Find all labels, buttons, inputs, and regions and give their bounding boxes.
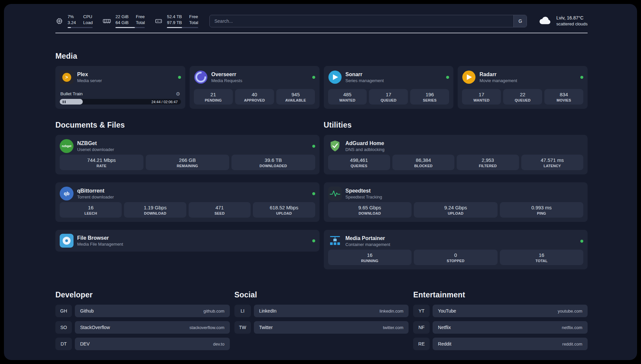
bookmark-name: Netflix <box>438 325 451 330</box>
section-title-social: Social <box>234 290 409 299</box>
status-dot <box>312 192 315 195</box>
qbittorrent-icon: qb <box>60 187 74 200</box>
bookmark-abbr[interactable]: GH <box>55 305 72 317</box>
bookmark-url: dev.to <box>213 342 224 347</box>
bookmark-url: github.com <box>203 309 225 314</box>
app-card-nzbget[interactable]: nzbget NZBGet Usenet downloader 744.21 M… <box>55 135 320 174</box>
bookmark-abbr[interactable]: DT <box>55 338 72 350</box>
app-subtitle: Usenet downloader <box>77 147 114 152</box>
stat-value: 22 <box>504 92 541 97</box>
search-engine-badge[interactable]: G <box>513 15 527 27</box>
nzbget-icon: nzbget <box>60 139 74 153</box>
stat-label: SERIES <box>412 98 448 102</box>
app-name: Media Portainer <box>346 235 390 241</box>
app-subtitle: DNS and adblocking <box>346 147 385 152</box>
stat-tile: 21 PENDING <box>194 89 233 105</box>
stat-value: 39.6 TB <box>233 157 314 163</box>
status-dot <box>446 76 449 79</box>
bookmark-link[interactable]: YouTube youtube.com <box>433 305 588 317</box>
stat-label: WANTED <box>463 98 500 102</box>
stat-tile: 744.21 Mbps RATE <box>60 155 143 170</box>
cpu-load-value: 3.24 <box>68 20 76 26</box>
bookmark-row-twitter: TW Twitter twitter.com <box>234 321 409 334</box>
stat-value: 40 <box>236 92 273 97</box>
bookmark-link[interactable]: Netflix netflix.com <box>433 321 588 334</box>
disk-total-value: 97.9 TB <box>167 20 182 26</box>
bookmark-link[interactable]: StackOverflow stackoverflow.com <box>75 321 230 334</box>
cpu-load-label: Load <box>83 20 93 26</box>
stat-tile: 1.19 Gbps DOWNLOAD <box>124 202 186 218</box>
app-name: Overseerr <box>211 72 242 77</box>
stat-label: WANTED <box>329 98 366 102</box>
status-dot <box>312 145 315 148</box>
playback-progress-bar[interactable]: 24:44 / 02:06:47 <box>60 99 181 105</box>
bookmark-row-stackoverflow: SO StackOverflow stackoverflow.com <box>55 321 230 334</box>
app-subtitle: Container management <box>346 242 390 247</box>
stat-label: AVAILABLE <box>278 98 314 102</box>
filebrowser-icon <box>60 234 74 248</box>
stat-label: MOVIES <box>546 98 582 102</box>
app-subtitle: Media server <box>77 78 102 83</box>
radarr-icon <box>462 70 476 84</box>
bookmark-link[interactable]: LinkedIn linkedin.com <box>254 305 409 317</box>
app-card-adguard[interactable]: AdGuard Home DNS and adblocking 498,461 … <box>324 135 588 174</box>
stat-value: 16 <box>61 205 120 210</box>
stat-label: DOWNLOAD <box>329 211 411 215</box>
app-card-sonarr[interactable]: Sonarr Series management 485 WANTED 17 Q… <box>324 66 454 109</box>
app-name: File Browser <box>77 235 123 241</box>
search-bar: G <box>209 15 527 27</box>
app-subtitle: Series management <box>346 78 384 83</box>
stat-value: 1.19 Gbps <box>125 205 185 210</box>
stat-label: DOWNLOADED <box>233 164 314 168</box>
stat-label: QUEUED <box>504 98 541 102</box>
bookmark-abbr[interactable]: SO <box>55 321 72 334</box>
memory-total-value: 64 GiB <box>115 20 129 26</box>
section-developer: Developer GH Github github.com SO StackO… <box>55 290 230 350</box>
playback-time: 24:44 / 02:06:47 <box>151 100 178 104</box>
stat-tile: 0.993 ms PING <box>500 202 584 218</box>
app-card-filebrowser[interactable]: File Browser Media File Management <box>55 230 320 252</box>
bookmark-abbr[interactable]: NF <box>413 321 430 334</box>
bookmark-abbr[interactable]: RE <box>413 338 430 350</box>
app-card-overseerr[interactable]: Overseerr Media Requests 21 PENDING 40 A… <box>190 66 320 109</box>
gear-icon[interactable]: ⚙ <box>176 91 180 96</box>
stat-value: 47.571 ms <box>523 157 582 163</box>
stat-tile: 618.52 Mbps UPLOAD <box>253 202 315 218</box>
app-card-portainer[interactable]: Media Portainer Container management 16 … <box>324 230 588 269</box>
system-metrics: 7% 3.24 CPU Load <box>55 14 198 28</box>
stat-value: 21 <box>195 92 231 97</box>
bookmark-abbr[interactable]: YT <box>413 305 430 317</box>
stat-value: 16 <box>501 252 582 258</box>
stat-value: 266 GB <box>147 157 228 163</box>
bookmark-link[interactable]: Reddit reddit.com <box>433 338 588 350</box>
app-card-plex[interactable]: > Plex Media server Bullet Train ⚙ <box>55 66 185 109</box>
app-name: Plex <box>77 72 102 77</box>
disk-total-label: Total <box>189 20 198 26</box>
disk-free-value: 52.4 TB <box>167 14 182 20</box>
stat-value: 196 <box>412 92 448 97</box>
memory-free-value: 22 GiB <box>115 14 129 20</box>
app-name: AdGuard Home <box>346 140 385 146</box>
bookmark-abbr[interactable]: LI <box>234 305 251 317</box>
bookmark-abbr[interactable]: TW <box>234 321 251 334</box>
search-input[interactable] <box>210 15 513 27</box>
stat-label: QUERIES <box>329 164 389 168</box>
bookmark-url: reddit.com <box>562 342 582 347</box>
stat-tile: 17 QUEUED <box>369 89 408 105</box>
app-card-speedtest[interactable]: Speedtest Speedtest Tracking 9.65 Gbps D… <box>324 182 588 222</box>
stat-label: PENDING <box>195 98 231 102</box>
stat-value: 17 <box>463 92 500 97</box>
bookmark-row-youtube: YT YouTube youtube.com <box>413 305 588 317</box>
section-title-developer: Developer <box>55 290 230 299</box>
bookmark-link[interactable]: Github github.com <box>75 305 230 317</box>
plex-icon: > <box>60 70 74 84</box>
pause-icon[interactable] <box>63 101 66 103</box>
stat-tile: 47.571 ms LATENCY <box>521 155 583 170</box>
bookmark-url: twitter.com <box>383 325 403 330</box>
app-card-qbittorrent[interactable]: qb qBittorrent Torrent downloader 16 <box>55 182 320 222</box>
memory-free-label: Free <box>136 14 145 20</box>
app-card-radarr[interactable]: Radarr Movie management 17 WANTED 22 QUE… <box>458 66 588 109</box>
bookmark-link[interactable]: DEV dev.to <box>75 338 230 350</box>
stat-tile: 16 RUNNING <box>328 250 412 265</box>
bookmark-link[interactable]: Twitter twitter.com <box>254 321 409 334</box>
